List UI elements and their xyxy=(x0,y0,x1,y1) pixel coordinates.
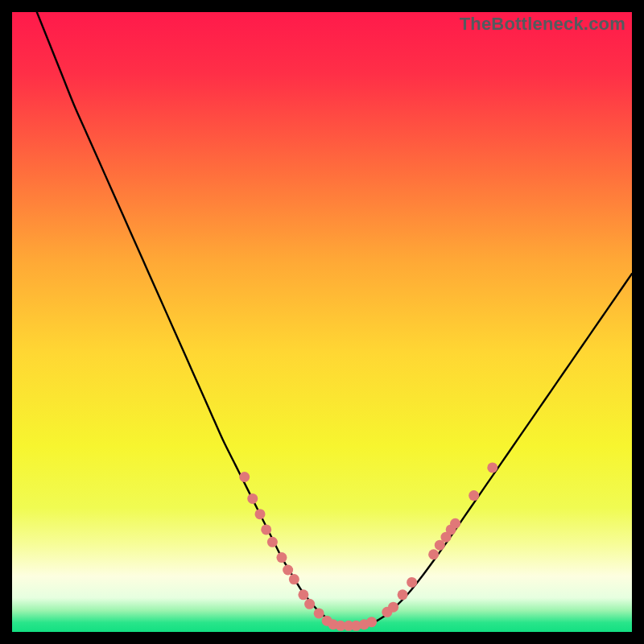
marker-dot xyxy=(298,589,308,600)
marker-dot xyxy=(407,577,417,588)
gradient-background xyxy=(12,12,632,632)
watermark-text: TheBottleneck.com xyxy=(460,14,625,35)
marker-dot xyxy=(366,617,377,627)
marker-dot xyxy=(255,509,266,519)
marker-dot xyxy=(428,549,439,559)
marker-dot xyxy=(267,537,278,547)
marker-dot xyxy=(261,524,271,535)
marker-dot xyxy=(304,599,315,609)
marker-dot xyxy=(247,493,258,504)
marker-dot xyxy=(289,574,299,584)
marker-dot xyxy=(487,462,497,473)
marker-dot xyxy=(450,518,460,529)
bottleneck-chart xyxy=(12,12,632,632)
marker-dot xyxy=(276,552,287,563)
marker-dot xyxy=(314,608,324,618)
marker-dot xyxy=(388,602,398,613)
marker-dot xyxy=(398,589,408,600)
marker-dot xyxy=(239,472,250,482)
chart-frame: TheBottleneck.com xyxy=(12,12,632,632)
marker-dot xyxy=(283,565,293,576)
marker-dot xyxy=(469,490,479,501)
